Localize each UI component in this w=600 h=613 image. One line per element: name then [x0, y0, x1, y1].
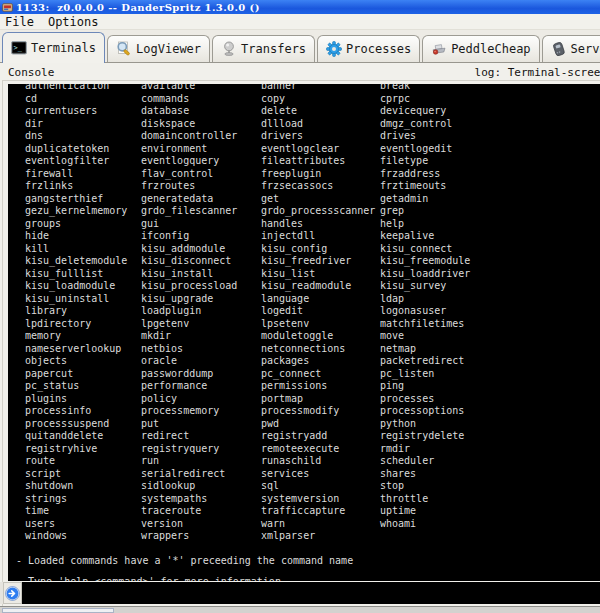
terminal-row: kisu_deletemodulekisu_disconnectkisu_fre… [8, 255, 600, 268]
command-name: users [25, 518, 141, 531]
command-name: kisu_upgrade [141, 293, 261, 306]
command-name: getadmin [380, 193, 600, 206]
command-name: ping [380, 380, 600, 393]
command-name: matchfiletimes [380, 318, 600, 331]
command-name: policy [141, 393, 261, 406]
tab-label: Processes [346, 42, 411, 56]
command-name: version [141, 518, 261, 531]
terminal-row: processsuspendputpwdpython [8, 418, 600, 431]
command-name: pc_status [25, 380, 141, 393]
command-name [380, 530, 600, 543]
command-name: netconnections [261, 343, 380, 356]
command-name: kisu_fulllist [25, 268, 141, 281]
terminal-icon: >_ [11, 40, 28, 56]
tab-label: Terminals [31, 41, 96, 55]
title-bar[interactable]: 1133: z0.0.0.0 -- DanderSpritz 1.3.0.0 (… [0, 0, 600, 14]
command-name: environment [141, 143, 261, 156]
terminal-row: timetraceroutetrafficcaptureuptime [8, 505, 600, 518]
command-name: commands [141, 93, 261, 106]
command-name: gui [141, 218, 261, 231]
command-name: xmlparser [261, 530, 380, 543]
tab-label: Transfers [241, 42, 306, 56]
terminal-row: quitanddeleteredirectregistryaddregistry… [8, 430, 600, 443]
command-name: frzroutes [141, 180, 261, 193]
tab-terminals[interactable]: >_Terminals [2, 32, 105, 63]
go-arrow-button[interactable] [3, 582, 22, 604]
command-name: passworddump [141, 368, 261, 381]
command-name: registryquery [141, 443, 261, 456]
command-name: currentusers [25, 105, 141, 118]
command-name: systemversion [261, 493, 380, 506]
command-name: uptime [380, 505, 600, 518]
command-name: devicequery [380, 105, 600, 118]
command-name: route [25, 455, 141, 468]
command-name: ldap [380, 293, 600, 306]
terminal-row: authenticationavailablebannerbreak [8, 84, 600, 93]
terminal-row: lpdirectorylpgetenvlpsetenvmatchfiletime… [8, 318, 600, 331]
command-name: traceroute [141, 505, 261, 518]
command-name: packetredirect [380, 355, 600, 368]
command-name: warn [261, 518, 380, 531]
command-name: lpdirectory [25, 318, 141, 331]
phone-icon [551, 41, 568, 57]
command-name: ifconfig [141, 230, 261, 243]
antenna-icon [221, 41, 238, 57]
horizontal-scrollbar[interactable] [0, 606, 600, 613]
scrollbar-thumb[interactable] [2, 608, 114, 613]
command-name: processsuspend [25, 418, 141, 431]
terminal-row: kisu_loadmodulekisu_processloadkisu_read… [8, 280, 600, 293]
tab-server[interactable]: Server [542, 35, 600, 62]
command-name: domaincontroller [141, 130, 261, 143]
command-name: permissions [261, 380, 380, 393]
terminal-row: dirdiskspacedllloaddmgz_control [8, 118, 600, 131]
terminal-row: nameserverlookupnetbiosnetconnectionsnet… [8, 343, 600, 356]
tab-peddlecheap[interactable]: PeddleCheap [422, 35, 539, 62]
command-name: kisu_addmodule [141, 243, 261, 256]
terminal-row: objectsoraclepackagespacketredirect [8, 355, 600, 368]
terminal-row: eventlogfiltereventlogqueryfileattribute… [8, 155, 600, 168]
command-name: nameserverlookup [25, 343, 141, 356]
terminal-command-input[interactable] [22, 582, 600, 604]
command-name: frzlinks [25, 180, 141, 193]
terminal-row: cdcommandscopycprpc [8, 93, 600, 106]
command-name: shares [380, 468, 600, 481]
tab-processes[interactable]: Processes [317, 35, 420, 62]
command-name: mkdir [141, 330, 261, 343]
menu-file[interactable]: File [5, 15, 34, 29]
command-name: netbios [141, 343, 261, 356]
terminal-output[interactable]: authenticationavailablebannerbreakcdcomm… [8, 84, 600, 581]
terminal-row: scriptserialredirectservicesshares [8, 468, 600, 481]
command-name: injectdll [261, 230, 380, 243]
command-name: frztimeouts [380, 180, 600, 193]
command-name: dir [25, 118, 141, 131]
command-name: copy [261, 93, 380, 106]
command-name: put [141, 418, 261, 431]
terminal-row: kisu_uninstallkisu_upgradelanguageldap [8, 293, 600, 306]
command-name: objects [25, 355, 141, 368]
command-name: strings [25, 493, 141, 506]
command-name: filetype [380, 155, 600, 168]
menu-bar: FileOptions [0, 14, 600, 30]
command-name: frzsecassocs [261, 180, 380, 193]
tab-transfers[interactable]: Transfers [212, 35, 315, 62]
command-name: quitanddelete [25, 430, 141, 443]
command-name: memory [25, 330, 141, 343]
command-name: kisu_freedriver [261, 255, 380, 268]
command-name: windows [25, 530, 141, 543]
tab-logviewer[interactable]: LogViewer [107, 35, 210, 62]
command-name: drives [380, 130, 600, 143]
command-name: kisu_uninstall [25, 293, 141, 306]
command-name: get [261, 193, 380, 206]
command-name: registryhive [25, 443, 141, 456]
gear-icon [326, 41, 343, 57]
command-name: kisu_processload [141, 280, 261, 293]
command-name: kisu_readmodule [261, 280, 380, 293]
command-name: eventlogedit [380, 143, 600, 156]
command-name: remoteexecute [261, 443, 380, 456]
terminal-row: frzlinksfrzroutesfrzsecassocsfrztimeouts [8, 180, 600, 193]
command-name: processoptions [380, 405, 600, 418]
clipped-line-container: - Type 'help <command>' for more informa… [8, 576, 600, 581]
terminal-row: routerunrunaschildscheduler [8, 455, 600, 468]
tab-label: PeddleCheap [451, 42, 530, 56]
menu-options[interactable]: Options [48, 15, 99, 29]
